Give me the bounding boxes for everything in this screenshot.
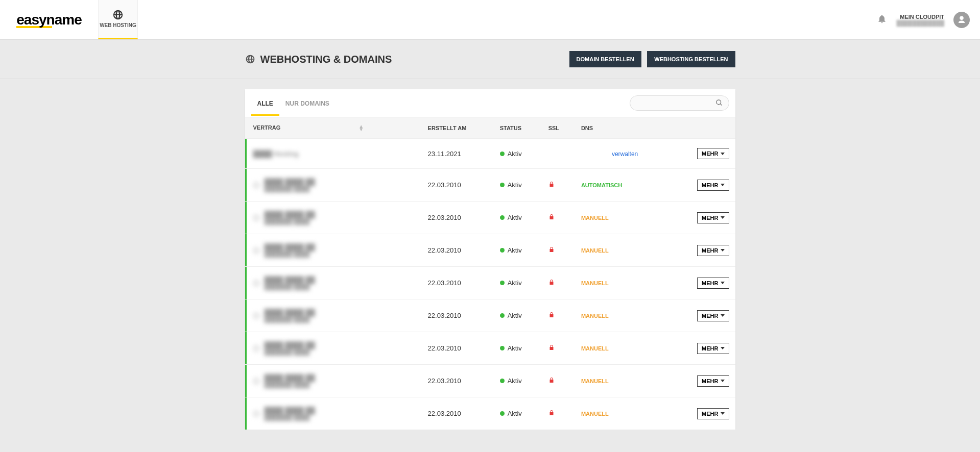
- table-row: ████ ████ █████████ ████22.03.2010AktivM…: [245, 332, 735, 365]
- status-dot-icon: [500, 183, 505, 187]
- status-cell: Aktiv: [494, 267, 542, 299]
- order-hosting-button[interactable]: WEBHOSTING BESTELLEN: [647, 51, 735, 67]
- main-panel: ALLE NUR DOMAINS VERTRAG ▲▼ ERSTELLT AM …: [245, 89, 735, 430]
- col-dns[interactable]: DNS: [575, 117, 673, 139]
- dns-cell: MANUELL: [575, 332, 673, 365]
- radio-icon: [253, 411, 259, 417]
- lock-icon: [548, 410, 555, 418]
- created-date: 22.03.2010: [422, 299, 494, 332]
- caret-down-icon: [721, 412, 725, 415]
- order-domain-button[interactable]: DOMAIN BESTELLEN: [569, 51, 641, 67]
- ssl-cell: [542, 397, 575, 430]
- caret-down-icon: [721, 216, 725, 219]
- vertrag-cell[interactable]: ████ ████ █████████ ████: [253, 276, 416, 290]
- col-vertrag[interactable]: VERTRAG ▲▼: [245, 117, 422, 139]
- ssl-cell: [542, 139, 575, 169]
- caret-down-icon: [721, 153, 725, 155]
- nav-tab-webhosting[interactable]: WEB HOSTING: [98, 0, 138, 39]
- status-dot-icon: [500, 346, 505, 350]
- vertrag-name: ████ ████ █████████ ████: [265, 407, 315, 420]
- account-block[interactable]: MEIN CLOUDPIT ████████████: [896, 14, 944, 26]
- vertrag-cell[interactable]: ████ ████ █████████ ████: [253, 178, 416, 192]
- tab-all[interactable]: ALLE: [251, 91, 279, 116]
- ssl-cell: [542, 234, 575, 267]
- vertrag-cell[interactable]: ████ ████ █████████ ████: [253, 211, 416, 224]
- svg-line-1: [720, 104, 722, 105]
- dns-manual-label: MANUELL: [581, 215, 609, 221]
- radio-icon: [253, 247, 259, 254]
- search-icon[interactable]: [715, 99, 723, 108]
- status-dot-icon: [500, 411, 505, 416]
- created-date: 22.03.2010: [422, 365, 494, 397]
- vertrag-cell[interactable]: ████ ████ █████████ ████: [253, 374, 416, 388]
- table-header-row: VERTRAG ▲▼ ERSTELLT AM STATUS SSL DNS: [245, 117, 735, 139]
- vertrag-cell[interactable]: ████ ████ █████████ ████: [253, 407, 416, 420]
- status-dot-icon: [500, 379, 505, 383]
- vertrag-cell[interactable]: ████ ████ █████████ ████: [253, 341, 416, 355]
- vertrag-name: ████ ████ █████████ ████: [265, 309, 315, 322]
- dns-cell: verwalten: [575, 139, 673, 169]
- lock-icon: [548, 246, 555, 255]
- lock-icon: [548, 181, 555, 189]
- avatar[interactable]: [953, 12, 970, 28]
- radio-icon: [253, 280, 259, 286]
- col-erstellt[interactable]: ERSTELLT AM: [422, 117, 494, 139]
- more-button[interactable]: MEHR: [697, 148, 729, 159]
- status-cell: Aktiv: [494, 299, 542, 332]
- dns-manual-label: MANUELL: [581, 280, 609, 286]
- col-ssl[interactable]: SSL: [542, 117, 575, 139]
- caret-down-icon: [721, 347, 725, 349]
- ssl-cell: [542, 202, 575, 234]
- table-row: ████ ████ █████████ ████22.03.2010AktivM…: [245, 365, 735, 397]
- globe-icon: [245, 54, 255, 64]
- dns-manage-link[interactable]: verwalten: [612, 150, 638, 158]
- status-cell: Aktiv: [494, 365, 542, 397]
- ssl-cell: [542, 267, 575, 299]
- user-icon: [957, 15, 966, 24]
- ssl-cell: [542, 169, 575, 202]
- account-label: MEIN CLOUDPIT: [896, 14, 944, 20]
- status-dot-icon: [500, 313, 505, 318]
- col-status[interactable]: STATUS: [494, 117, 542, 139]
- status-dot-icon: [500, 281, 505, 285]
- dns-manual-label: MANUELL: [581, 378, 609, 384]
- brand-logo[interactable]: easyname: [0, 0, 98, 39]
- sort-icon[interactable]: ▲▼: [358, 125, 364, 131]
- more-button[interactable]: MEHR: [697, 375, 729, 387]
- more-button[interactable]: MEHR: [697, 212, 729, 223]
- more-button[interactable]: MEHR: [697, 310, 729, 321]
- dns-manual-label: MANUELL: [581, 313, 609, 319]
- caret-down-icon: [721, 380, 725, 382]
- created-date: 22.03.2010: [422, 202, 494, 234]
- created-date: 22.03.2010: [422, 397, 494, 430]
- more-button[interactable]: MEHR: [697, 408, 729, 419]
- vertrag-cell[interactable]: ████ ████ █████████ ████: [253, 243, 416, 257]
- notifications-icon[interactable]: [877, 14, 887, 26]
- table-row: ████ ████ █████████ ████22.03.2010AktivM…: [245, 234, 735, 267]
- more-button[interactable]: MEHR: [697, 278, 729, 289]
- tab-only-domains[interactable]: NUR DOMAINS: [279, 91, 336, 116]
- status-cell: Aktiv: [494, 332, 542, 365]
- more-button[interactable]: MEHR: [697, 343, 729, 354]
- dns-cell: MANUELL: [575, 267, 673, 299]
- status-dot-icon: [500, 215, 505, 220]
- status-dot-icon: [500, 152, 505, 156]
- created-date: 22.03.2010: [422, 234, 494, 267]
- search-input[interactable]: [630, 95, 729, 111]
- dns-cell: MANUELL: [575, 234, 673, 267]
- svg-point-0: [716, 100, 721, 105]
- created-date: 23.11.2021: [422, 139, 494, 169]
- radio-icon: [253, 378, 259, 384]
- more-button[interactable]: MEHR: [697, 245, 729, 256]
- more-button[interactable]: MEHR: [697, 180, 729, 191]
- status-dot-icon: [500, 248, 505, 253]
- caret-down-icon: [721, 184, 725, 186]
- status-cell: Aktiv: [494, 169, 542, 202]
- caret-down-icon: [721, 282, 725, 284]
- vertrag-name: ████ ████ █████████ ████: [265, 276, 315, 290]
- lock-icon: [548, 279, 555, 287]
- table-row: ████ ████ █████████ ████22.03.2010AktivM…: [245, 299, 735, 332]
- search-wrap: [630, 95, 729, 111]
- vertrag-cell[interactable]: ████ Hosting: [253, 150, 416, 158]
- vertrag-cell[interactable]: ████ ████ █████████ ████: [253, 309, 416, 322]
